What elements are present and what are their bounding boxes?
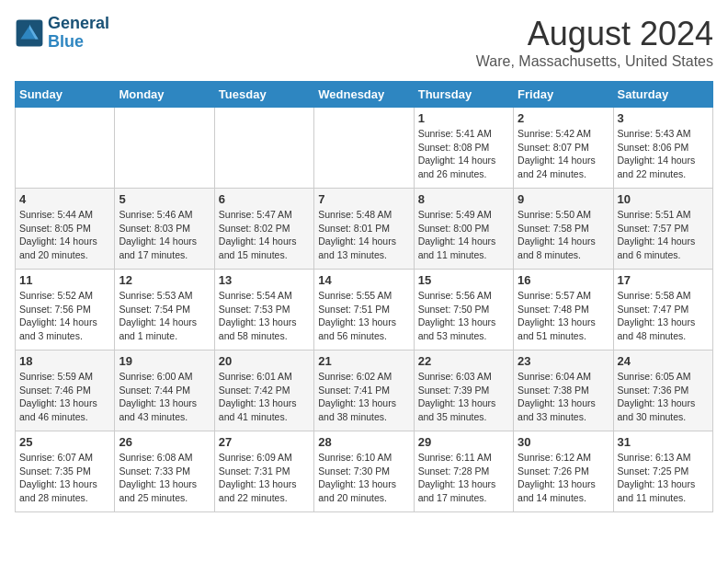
day-number: 15 (418, 273, 509, 287)
week-row-3: 11Sunrise: 5:52 AM Sunset: 7:56 PM Dayli… (16, 270, 713, 350)
day-cell: 31Sunrise: 6:13 AM Sunset: 7:25 PM Dayli… (613, 431, 712, 512)
logo-line1: General (48, 15, 109, 33)
day-cell: 11Sunrise: 5:52 AM Sunset: 7:56 PM Dayli… (16, 270, 115, 350)
day-number: 23 (518, 354, 609, 368)
day-cell: 20Sunrise: 6:01 AM Sunset: 7:42 PM Dayli… (214, 350, 313, 431)
day-info: Sunrise: 5:44 AM Sunset: 8:05 PM Dayligh… (19, 208, 110, 262)
day-cell (16, 108, 115, 189)
day-cell: 1Sunrise: 5:41 AM Sunset: 8:08 PM Daylig… (414, 108, 513, 189)
day-number: 30 (518, 435, 609, 449)
calendar-header: SundayMondayTuesdayWednesdayThursdayFrid… (16, 82, 713, 108)
day-cell: 25Sunrise: 6:07 AM Sunset: 7:35 PM Dayli… (16, 431, 115, 512)
month-title: August 2024 (476, 15, 713, 53)
day-info: Sunrise: 5:52 AM Sunset: 7:56 PM Dayligh… (19, 289, 110, 343)
day-cell: 24Sunrise: 6:05 AM Sunset: 7:36 PM Dayli… (613, 350, 712, 431)
day-info: Sunrise: 6:03 AM Sunset: 7:39 PM Dayligh… (418, 370, 509, 424)
header-day-friday: Friday (514, 82, 613, 108)
day-number: 19 (119, 354, 210, 368)
day-info: Sunrise: 5:51 AM Sunset: 7:57 PM Dayligh… (618, 208, 709, 262)
day-cell: 26Sunrise: 6:08 AM Sunset: 7:33 PM Dayli… (115, 431, 214, 512)
day-number: 9 (518, 192, 609, 206)
day-info: Sunrise: 5:53 AM Sunset: 7:54 PM Dayligh… (119, 289, 210, 343)
day-number: 7 (318, 192, 409, 206)
header-row: SundayMondayTuesdayWednesdayThursdayFrid… (16, 82, 713, 108)
day-number: 24 (618, 354, 709, 368)
day-cell: 30Sunrise: 6:12 AM Sunset: 7:26 PM Dayli… (514, 431, 613, 512)
day-info: Sunrise: 5:41 AM Sunset: 8:08 PM Dayligh… (418, 127, 509, 181)
header-day-saturday: Saturday (613, 82, 712, 108)
day-info: Sunrise: 5:46 AM Sunset: 8:03 PM Dayligh… (119, 208, 210, 262)
day-cell: 15Sunrise: 5:56 AM Sunset: 7:50 PM Dayli… (414, 270, 513, 350)
day-number: 27 (219, 435, 310, 449)
day-cell: 29Sunrise: 6:11 AM Sunset: 7:28 PM Dayli… (414, 431, 513, 512)
day-number: 29 (418, 435, 509, 449)
day-number: 13 (219, 273, 310, 287)
logo-line2: Blue (48, 33, 109, 52)
day-cell: 5Sunrise: 5:46 AM Sunset: 8:03 PM Daylig… (115, 189, 214, 270)
day-info: Sunrise: 5:58 AM Sunset: 7:47 PM Dayligh… (618, 289, 709, 343)
day-number: 10 (618, 192, 709, 206)
day-info: Sunrise: 6:00 AM Sunset: 7:44 PM Dayligh… (119, 370, 210, 424)
day-number: 20 (219, 354, 310, 368)
day-number: 28 (318, 435, 409, 449)
day-info: Sunrise: 6:04 AM Sunset: 7:38 PM Dayligh… (518, 370, 609, 424)
day-number: 5 (119, 192, 210, 206)
day-number: 25 (19, 435, 110, 449)
calendar-body: 1Sunrise: 5:41 AM Sunset: 8:08 PM Daylig… (16, 108, 713, 512)
day-info: Sunrise: 6:02 AM Sunset: 7:41 PM Dayligh… (318, 370, 409, 424)
location-title: Ware, Massachusetts, United States (476, 53, 713, 70)
day-info: Sunrise: 5:56 AM Sunset: 7:50 PM Dayligh… (418, 289, 509, 343)
day-info: Sunrise: 6:07 AM Sunset: 7:35 PM Dayligh… (19, 451, 110, 505)
day-info: Sunrise: 5:54 AM Sunset: 7:53 PM Dayligh… (219, 289, 310, 343)
day-number: 14 (318, 273, 409, 287)
day-cell: 10Sunrise: 5:51 AM Sunset: 7:57 PM Dayli… (613, 189, 712, 270)
day-info: Sunrise: 5:43 AM Sunset: 8:06 PM Dayligh… (618, 127, 709, 181)
day-cell: 4Sunrise: 5:44 AM Sunset: 8:05 PM Daylig… (16, 189, 115, 270)
day-info: Sunrise: 6:13 AM Sunset: 7:25 PM Dayligh… (618, 451, 709, 505)
day-info: Sunrise: 6:12 AM Sunset: 7:26 PM Dayligh… (518, 451, 609, 505)
day-number: 1 (418, 111, 509, 125)
day-cell: 16Sunrise: 5:57 AM Sunset: 7:48 PM Dayli… (514, 270, 613, 350)
day-number: 16 (518, 273, 609, 287)
day-number: 21 (318, 354, 409, 368)
day-cell: 21Sunrise: 6:02 AM Sunset: 7:41 PM Dayli… (314, 350, 414, 431)
day-cell (115, 108, 214, 189)
day-info: Sunrise: 5:55 AM Sunset: 7:51 PM Dayligh… (318, 289, 409, 343)
day-number: 31 (618, 435, 709, 449)
week-row-1: 1Sunrise: 5:41 AM Sunset: 8:08 PM Daylig… (16, 108, 713, 189)
day-cell: 18Sunrise: 5:59 AM Sunset: 7:46 PM Dayli… (16, 350, 115, 431)
day-number: 8 (418, 192, 509, 206)
day-cell: 7Sunrise: 5:48 AM Sunset: 8:01 PM Daylig… (314, 189, 414, 270)
calendar-table: SundayMondayTuesdayWednesdayThursdayFrid… (15, 81, 713, 512)
day-info: Sunrise: 5:47 AM Sunset: 8:02 PM Dayligh… (219, 208, 310, 262)
day-cell: 22Sunrise: 6:03 AM Sunset: 7:39 PM Dayli… (414, 350, 513, 431)
page-header: General Blue August 2024 Ware, Massachus… (15, 15, 713, 70)
day-number: 17 (618, 273, 709, 287)
day-info: Sunrise: 6:11 AM Sunset: 7:28 PM Dayligh… (418, 451, 509, 505)
title-block: August 2024 Ware, Massachusetts, United … (476, 15, 713, 70)
logo-text: General Blue (48, 15, 109, 52)
day-info: Sunrise: 5:50 AM Sunset: 7:58 PM Dayligh… (518, 208, 609, 262)
day-info: Sunrise: 6:08 AM Sunset: 7:33 PM Dayligh… (119, 451, 210, 505)
day-number: 22 (418, 354, 509, 368)
day-info: Sunrise: 6:10 AM Sunset: 7:30 PM Dayligh… (318, 451, 409, 505)
header-day-thursday: Thursday (414, 82, 513, 108)
day-cell (314, 108, 414, 189)
day-info: Sunrise: 5:49 AM Sunset: 8:00 PM Dayligh… (418, 208, 509, 262)
day-cell: 19Sunrise: 6:00 AM Sunset: 7:44 PM Dayli… (115, 350, 214, 431)
day-cell: 9Sunrise: 5:50 AM Sunset: 7:58 PM Daylig… (514, 189, 613, 270)
week-row-5: 25Sunrise: 6:07 AM Sunset: 7:35 PM Dayli… (16, 431, 713, 512)
day-info: Sunrise: 5:57 AM Sunset: 7:48 PM Dayligh… (518, 289, 609, 343)
day-number: 11 (19, 273, 110, 287)
day-cell: 13Sunrise: 5:54 AM Sunset: 7:53 PM Dayli… (214, 270, 313, 350)
day-info: Sunrise: 6:01 AM Sunset: 7:42 PM Dayligh… (219, 370, 310, 424)
day-number: 18 (19, 354, 110, 368)
day-cell: 3Sunrise: 5:43 AM Sunset: 8:06 PM Daylig… (613, 108, 712, 189)
day-cell: 23Sunrise: 6:04 AM Sunset: 7:38 PM Dayli… (514, 350, 613, 431)
header-day-monday: Monday (115, 82, 214, 108)
day-number: 4 (19, 192, 110, 206)
day-cell: 2Sunrise: 5:42 AM Sunset: 8:07 PM Daylig… (514, 108, 613, 189)
day-cell: 17Sunrise: 5:58 AM Sunset: 7:47 PM Dayli… (613, 270, 712, 350)
day-info: Sunrise: 5:42 AM Sunset: 8:07 PM Dayligh… (518, 127, 609, 181)
day-info: Sunrise: 5:48 AM Sunset: 8:01 PM Dayligh… (318, 208, 409, 262)
